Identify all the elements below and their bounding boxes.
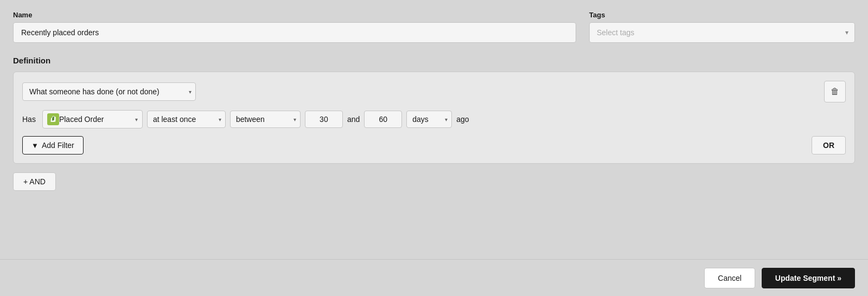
tags-label: Tags	[589, 11, 855, 19]
and-button[interactable]: + AND	[13, 172, 56, 191]
update-label: Update Segment »	[775, 274, 841, 282]
event-select[interactable]: Placed Order ▾ Placed Order	[42, 110, 143, 128]
days-select[interactable]: days weeks months	[406, 111, 452, 128]
update-segment-button[interactable]: Update Segment »	[762, 268, 855, 288]
or-label: OR	[823, 141, 834, 150]
frequency-select-wrap: at least once exactly at least at most ▾	[147, 111, 226, 128]
timing-select-wrap: between in the last before after ▾	[230, 111, 301, 128]
what-someone-select[interactable]: What someone has done (or not done)	[22, 82, 196, 101]
filter-icon: ▼	[31, 141, 39, 150]
cancel-button[interactable]: Cancel	[704, 268, 755, 288]
has-label: Has	[22, 115, 36, 124]
timing-select[interactable]: between in the last before after	[230, 111, 301, 128]
cancel-label: Cancel	[718, 274, 742, 282]
definition-label: Definition	[13, 56, 855, 65]
value2-input[interactable]	[364, 111, 402, 128]
frequency-select[interactable]: at least once exactly at least at most	[147, 111, 226, 128]
or-button[interactable]: OR	[812, 136, 846, 155]
days-select-wrap: days weeks months ▾	[406, 111, 452, 128]
footer-bar: Cancel Update Segment »	[0, 259, 868, 296]
add-filter-label: Add Filter	[42, 141, 74, 150]
ago-label: ago	[456, 115, 469, 124]
name-input[interactable]	[13, 22, 576, 43]
add-filter-button[interactable]: ▼ Add Filter	[22, 136, 84, 155]
name-label: Name	[13, 11, 576, 19]
and-label: and	[347, 115, 360, 124]
tags-select[interactable]	[589, 22, 855, 43]
and-button-label: + AND	[23, 177, 46, 186]
delete-condition-button[interactable]: 🗑	[824, 81, 846, 102]
trash-icon: 🗑	[831, 87, 839, 96]
value1-input[interactable]	[305, 111, 343, 128]
